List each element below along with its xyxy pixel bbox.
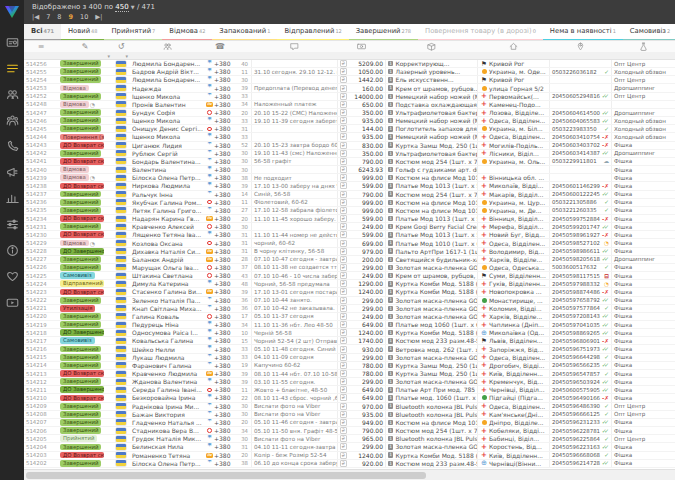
- client-phone[interactable]: *+380: [204, 403, 236, 410]
- order-status[interactable]: Завершений: [58, 419, 112, 426]
- page-number-7[interactable]: 7: [46, 13, 50, 21]
- sidebar-item-statistics[interactable]: [0, 185, 24, 211]
- client-phone[interactable]: +380: [204, 223, 236, 230]
- order-status[interactable]: ДО Возврат ск...: [58, 231, 112, 238]
- delivery-city-column[interactable]: [477, 41, 549, 52]
- tab-відправлений[interactable]: Відправлений12: [277, 24, 348, 41]
- ttn-number[interactable]: 20450596566235✓✓: [549, 362, 611, 369]
- status-badge[interactable]: Відмова: [60, 174, 89, 181]
- order-status[interactable]: Завершений: [58, 264, 112, 271]
- ttn-value[interactable]: 0503221260335: [552, 207, 597, 213]
- filter-pr[interactable]: [337, 52, 385, 59]
- ttn-number[interactable]: 20450596228781✓✓: [549, 427, 611, 434]
- ttn-number[interactable]: 20450598205618✓✓: [549, 256, 611, 263]
- client-phone[interactable]: *+380: [204, 174, 236, 181]
- status-badge[interactable]: Відмова: [60, 166, 89, 173]
- ttn-number[interactable]: 20450596490166-✗: [549, 394, 611, 401]
- ttn-value[interactable]: 20450604614500: [552, 110, 600, 116]
- table-row[interactable]: 514225СамовивізШтакина Светлана+3804307.…: [24, 272, 675, 280]
- order-status[interactable]: Самовивіз: [58, 272, 112, 279]
- ttn-value[interactable]: 20450596566235: [552, 362, 600, 368]
- client-phone[interactable]: lic+380: [204, 452, 236, 459]
- sidebar-item-orders-list[interactable]: [0, 55, 24, 81]
- status-badge[interactable]: Завершений: [60, 256, 101, 263]
- ttn-number[interactable]: 0503221305886✓: [549, 199, 611, 206]
- table-row[interactable]: 514206ЗавершенийСтадникова Вера В...+380…: [24, 427, 675, 435]
- status-column[interactable]: ✎: [58, 41, 112, 52]
- ttn-value[interactable]: 20450597658792: [552, 297, 600, 303]
- table-row[interactable]: 514212ЗавершенийЖданова Валентина*+38039…: [24, 378, 675, 386]
- order-status[interactable]: Завершений: [58, 443, 112, 450]
- filter-dropdown-icon[interactable]: ▾: [107, 53, 110, 59]
- client-phone[interactable]: *+380: [204, 337, 236, 344]
- ttn-value[interactable]: 20450598869265: [552, 330, 600, 336]
- order-status[interactable]: Відмова: [58, 166, 112, 173]
- order-status[interactable]: Завершений: [58, 378, 112, 385]
- ttn-number[interactable]: 20450604065583✓✓: [549, 117, 611, 124]
- order-status[interactable]: Завершений: [58, 362, 112, 369]
- status-badge[interactable]: Завершений: [60, 460, 101, 467]
- app-logo[interactable]: [4, 5, 20, 19]
- client-phone[interactable]: *+380: [204, 76, 236, 83]
- table-row[interactable]: 514245ЗавершенийОнищук Денис Сергі...+38…: [24, 125, 675, 133]
- status-badge[interactable]: Відмова: [60, 101, 89, 108]
- ttn-value[interactable]: 20450600122245: [552, 191, 600, 197]
- table-row[interactable]: 514209ЗавершенийРаднікова Ірина Ми...*+3…: [24, 403, 675, 411]
- order-status[interactable]: Завершений: [58, 411, 112, 418]
- table-row[interactable]: 514230ДО Возврат ск...Лященко Тетяна Іва…: [24, 231, 675, 239]
- order-status[interactable]: Завершений: [58, 207, 112, 214]
- horizontal-scrollbar[interactable]: [24, 469, 675, 480]
- client-phone[interactable]: *+380: [204, 435, 236, 442]
- status-badge[interactable]: Завершений: [60, 411, 101, 418]
- ttn-number[interactable]: 5003600517632✓: [549, 264, 611, 271]
- ttn-number[interactable]: 0503221260335✓: [549, 207, 611, 214]
- filter-cy[interactable]: [477, 52, 549, 59]
- client-phone[interactable]: +380: [204, 239, 236, 246]
- ttn-number[interactable]: 20450596668068✓: [549, 452, 611, 459]
- table-row[interactable]: 514228ДО ЗавершеноДихавка Наталія Си...l…: [24, 248, 675, 256]
- client-phone[interactable]: +380: [204, 109, 236, 116]
- table-row[interactable]: 514254ЗавершенийЛюдмила Бондарен...*+380…: [24, 76, 675, 84]
- ttn-number[interactable]: 20450605294816✓✓: [549, 93, 611, 100]
- ttn-number[interactable]: [549, 76, 611, 83]
- ttn-value[interactable]: 20450599752884: [552, 216, 600, 222]
- ttn-number[interactable]: 20450600575905✓✓: [549, 386, 611, 393]
- status-badge[interactable]: Повернення (з...: [60, 134, 104, 141]
- status-badge[interactable]: Завершений: [60, 191, 101, 198]
- status-badge[interactable]: Прийнятий: [60, 435, 97, 442]
- order-status[interactable]: Утилізація: [58, 305, 112, 312]
- sidebar-item-info[interactable]: [0, 237, 24, 263]
- client-phone[interactable]: *+380: [204, 345, 236, 352]
- status-badge[interactable]: ДО Возврат ск...: [60, 452, 104, 459]
- client-phone[interactable]: *+380: [204, 362, 236, 369]
- ttn-number[interactable]: 20450596225864✓: [549, 435, 611, 442]
- status-badge[interactable]: Відмова: [60, 85, 89, 92]
- order-status[interactable]: Відправлений: [58, 280, 112, 287]
- table-row[interactable]: 514229Відмова◔Козлова Оксана+38031чорний…: [24, 239, 675, 247]
- ttn-number[interactable]: 20450597658792✓✓: [549, 297, 611, 304]
- callback-column[interactable]: ↺: [112, 41, 130, 52]
- client-phone[interactable]: +380: [204, 125, 236, 132]
- table-row[interactable]: 514211ДО ЗавершеноСереда Галина Івані...…: [24, 386, 675, 394]
- client-phone[interactable]: *+380: [204, 394, 236, 401]
- ttn-number[interactable]: 20450596644298✓: [549, 354, 611, 361]
- ttn-number[interactable]: 20450603414387✓✓: [549, 150, 611, 157]
- ttn-value[interactable]: 20450597041035: [552, 322, 600, 328]
- table-row[interactable]: 514219ЗавершенийПедурець Ніна*+3803411.1…: [24, 321, 675, 329]
- client-phone[interactable]: *+380: [204, 305, 236, 312]
- shown-to-dropdown[interactable]: 450: [115, 3, 128, 12]
- ttn-number[interactable]: 20450596751973✓✓: [549, 345, 611, 352]
- page-number-8[interactable]: 8: [57, 13, 61, 21]
- ttn-value[interactable]: 20450596751973: [552, 346, 600, 352]
- order-status[interactable]: Прийнятий: [58, 435, 112, 442]
- ttn-number[interactable]: 20450598961927-✗: [549, 231, 611, 238]
- status-badge[interactable]: Самовивіз: [60, 337, 95, 344]
- ttn-value[interactable]: 20450596547857: [552, 371, 600, 377]
- status-badge[interactable]: ДО Возврат ск...: [60, 142, 104, 149]
- ttn-value[interactable]: 20450603414387: [552, 150, 600, 156]
- order-status[interactable]: Завершений: [58, 354, 112, 361]
- client-phone[interactable]: *+380: [204, 142, 236, 149]
- order-status[interactable]: Відмова◔: [58, 174, 112, 181]
- table-row[interactable]: 514240ВідмоваВалентина*+38030₴6243.931Го…: [24, 166, 675, 174]
- ttn-value[interactable]: 20450601146299: [552, 183, 600, 189]
